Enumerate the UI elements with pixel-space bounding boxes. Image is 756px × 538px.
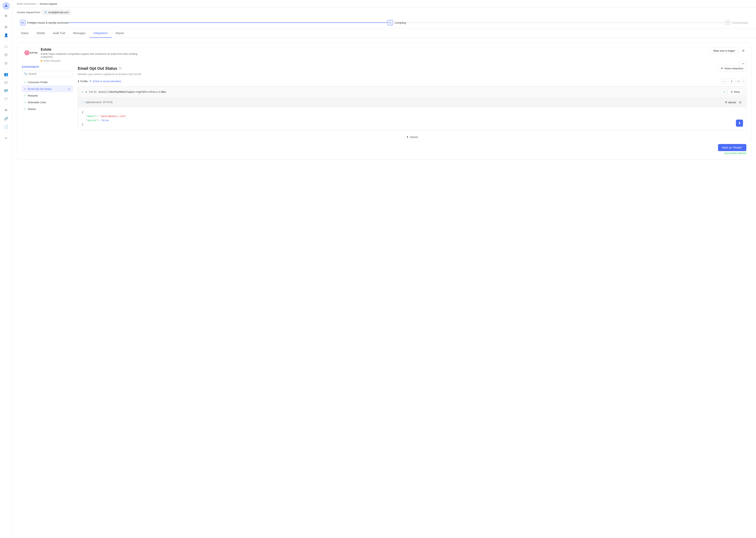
section-desc: Whether your email is registered on Exto… <box>78 73 746 76</box>
sidebar-icon-settings[interactable]: ≡ <box>3 134 10 142</box>
profile-eye-icon: 👁 <box>90 80 92 82</box>
sidebar-divider-3 <box>3 69 10 69</box>
file-header-left: ✓ ▼ File ID: ka+wll/0kEX6qPWOG3YwDpk++5g… <box>81 90 166 93</box>
page-separator: / 1 <box>737 80 740 83</box>
email-value: email@email.com <box>48 11 69 14</box>
page-prev-button[interactable]: ‹ <box>721 79 727 84</box>
step-line-2 <box>406 23 725 23</box>
profile-line: 1 Profile: 👁 [Click to reveal identifier… <box>78 79 746 84</box>
upload-icon-bottom: ⬆ <box>406 135 408 138</box>
sidebar-icon-shield[interactable]: 🛡 <box>3 95 10 103</box>
check-icon-consumer: ✓ <box>24 81 26 84</box>
json-block: { "email": "email@email.com", "optout": … <box>78 107 746 130</box>
svg-point-3 <box>6 4 7 5</box>
step-preflight-label: Preflight checks & identity enrichmer <box>27 21 69 24</box>
progress-stepper: A≡ Preflight checks & identity enrichmer… <box>12 17 756 29</box>
datapoint-rewards[interactable]: ✓ Rewards <box>22 92 73 99</box>
section-header: Email Opt Out Status ⓘ 👁 Show redactions <box>78 65 746 72</box>
datapoints-panel: DATAPOINTS 🔍 ✓ Consumer Profile <box>22 65 73 155</box>
file-meta: 📄 application/json (57.00 B) ⬆ Upload 🗑 <box>78 97 746 107</box>
success-message: Successfully Marked! <box>724 152 746 155</box>
tab-bar: Status Details Audit Trail Messages Inte… <box>12 29 756 38</box>
sidebar-icon-cube[interactable]: ◻ <box>3 43 10 50</box>
datapoints-title: DATAPOINTS <box>22 65 73 68</box>
email-icon: 📧 <box>44 11 47 14</box>
wipe-retrigger-button[interactable]: Wipe and re-trigger <box>710 47 738 54</box>
json-email-line: "email": "email@email.com", <box>86 114 742 119</box>
card-body: DATAPOINTS 🔍 ✓ Consumer Profile <box>22 65 746 155</box>
tab-report[interactable]: Report <box>112 29 128 38</box>
sidebar-icon-layers[interactable]: ⊟ <box>3 51 10 58</box>
file-status-check-right: ✓ <box>723 90 726 93</box>
sidebar-icon-eye[interactable]: 👁 <box>3 107 10 114</box>
click-reveal[interactable]: [Click to reveal identifier] <box>93 80 121 83</box>
sidebar-icon-person[interactable]: 👤 <box>3 32 10 39</box>
json-email-val: "email@email.com" <box>100 115 126 118</box>
file-block: ✓ ▼ File ID: ka+wll/0kEX6qPWOG3YwDpk++5g… <box>78 86 746 130</box>
brand-name: Extole <box>41 47 139 52</box>
sidebar-icon-link[interactable]: 🔗 <box>3 115 10 122</box>
step-line-1 <box>69 23 388 23</box>
card-footer: Mark as "Ready" Successfully Marked! <box>78 144 746 155</box>
tab-status[interactable]: Status <box>17 29 33 38</box>
json-optout-key: "optout" <box>86 119 98 122</box>
sidebar: ⊕ ⊞ 👤 ◻ ⊟ ◎ 👥 🏷 🪪 🛡 👁 🔗 📄 ≡ <box>0 0 12 538</box>
check-icon-shares: ✓ <box>24 107 26 111</box>
sidebar-icon-globe[interactable]: ◎ <box>3 60 10 67</box>
datapoint-email-opt-out[interactable]: ✓ Email Opt Out Status 1 <box>22 85 73 92</box>
sidebar-icon-location[interactable]: ⊕ <box>3 12 10 19</box>
eye-icon: 👁 <box>721 67 723 70</box>
tab-details[interactable]: Details <box>33 29 49 38</box>
page-current-input[interactable] <box>728 79 736 84</box>
datapoint-shareable-links[interactable]: ✓ Shareable Links <box>22 99 73 106</box>
file-collapse-chevron[interactable]: ▼ <box>85 91 87 93</box>
tab-audit-trail[interactable]: Audit Trail <box>49 29 69 38</box>
integration-wrapper: EXTOLE Extole Extole helps enterprise co… <box>12 38 756 164</box>
download-json-button[interactable]: ⬇ <box>736 120 743 127</box>
tab-messages[interactable]: Messages <box>69 29 90 38</box>
step-downloadable-icon: 📄 <box>725 20 731 26</box>
check-icon-email: ✓ <box>24 87 26 90</box>
page-next-button[interactable]: › <box>741 79 746 84</box>
profile-count: 1 <box>78 80 79 83</box>
sidebar-icon-doc[interactable]: 📄 <box>3 123 10 131</box>
sidebar-icon-users[interactable]: 👥 <box>3 71 10 78</box>
check-icon-rewards: ✓ <box>24 94 26 97</box>
profile-text: 1 Profile: 👁 [Click to reveal identifier… <box>78 80 121 83</box>
status-dot <box>41 60 42 62</box>
info-icon[interactable]: ⓘ <box>119 67 121 70</box>
edit-button[interactable]: ✏ <box>740 61 746 67</box>
upload-button-sm[interactable]: ⬆ Upload <box>725 101 736 104</box>
sidebar-icon-tag[interactable]: 🏷 <box>3 79 10 86</box>
delete-file-button[interactable]: 🗑 <box>737 99 743 105</box>
breadcrumb-parent[interactable]: BOM Automation <box>17 2 36 5</box>
step-preflight-icon: A≡ <box>20 20 25 26</box>
mark-ready-button[interactable]: Mark as "Ready" <box>718 144 746 151</box>
file-status-check-left: ✓ <box>81 90 83 93</box>
json-optout-val: false <box>101 119 109 122</box>
file-type-icon: 📄 <box>81 101 84 104</box>
extole-logo: EXTOLE <box>22 50 38 60</box>
search-input[interactable] <box>28 72 71 75</box>
tab-integrations[interactable]: Integrations <box>90 29 112 38</box>
datapoint-consumer-profile[interactable]: ✓ Consumer Profile <box>22 79 73 85</box>
step-downloadable-label: Downloadable <box>732 21 748 24</box>
access-bar: Access request from 📧 email@email.com <box>12 8 756 17</box>
sidebar-icon-network[interactable]: ⊞ <box>3 24 10 30</box>
sidebar-divider-1 <box>3 21 10 22</box>
bottom-upload[interactable]: ⬆ Upload <box>78 133 746 141</box>
brand-desc: Extole helps enterprise companies acquir… <box>41 52 139 58</box>
step-preflight: A≡ Preflight checks & identity enrichmer <box>20 20 69 26</box>
svg-point-5 <box>4 6 5 7</box>
datapoint-rewards-label: Rewards <box>28 94 38 97</box>
card-brand-info: Extole Extole helps enterprise companies… <box>41 47 139 62</box>
app-logo[interactable] <box>3 2 10 10</box>
sidebar-icon-id[interactable]: 🪪 <box>3 87 10 94</box>
close-button[interactable]: ✕ <box>740 48 746 54</box>
file-actions: ⬆ Upload 🗑 <box>725 99 743 105</box>
email-badge: 📧 email@email.com <box>42 10 71 15</box>
datapoint-shares[interactable]: ✓ Shares <box>22 106 73 112</box>
breadcrumb: BOM Automation › Access request <box>17 2 57 5</box>
retry-button[interactable]: ↺ Retry <box>728 89 743 95</box>
retry-icon: ↺ <box>731 90 733 93</box>
